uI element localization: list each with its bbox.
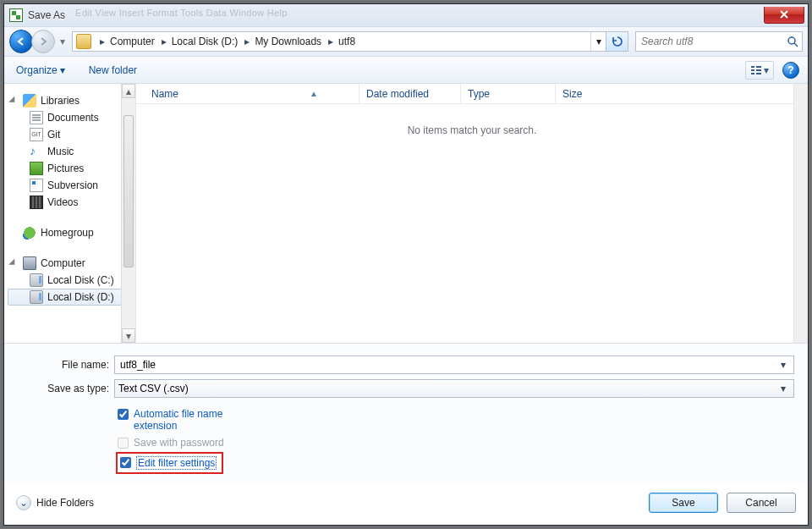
save-form: File name: ▾ Save as type: Text CSV (.cs…: [4, 344, 808, 484]
tree-libraries[interactable]: Libraries: [8, 92, 134, 109]
tree-label: Local Disk (C:): [47, 274, 114, 286]
filepane-scrollbar[interactable]: [793, 84, 808, 343]
search-box[interactable]: [635, 31, 803, 52]
column-label: Type: [468, 88, 490, 100]
main-area: Libraries Documents GITGit Music Picture…: [4, 84, 808, 344]
file-name-combo[interactable]: ▾: [114, 355, 794, 374]
breadcrumb-seg-downloads[interactable]: My Downloads: [253, 32, 325, 51]
tree-label: Computer: [41, 257, 85, 269]
pictures-icon: [30, 162, 43, 175]
nav-forward-button[interactable]: [31, 30, 55, 53]
column-type[interactable]: Type: [461, 84, 556, 103]
svg-rect-1: [751, 66, 754, 68]
breadcrumb-seg-utf8[interactable]: utf8: [337, 32, 359, 51]
scroll-track[interactable]: [122, 98, 135, 328]
music-icon: [30, 145, 43, 158]
breadcrumb[interactable]: ▸ Computer ▸ Local Disk (D:) ▸ My Downlo…: [72, 31, 628, 52]
file-name-label: File name:: [18, 359, 109, 371]
breadcrumb-seg-computer[interactable]: Computer: [108, 32, 158, 51]
checkbox-auto-extension[interactable]: Automatic file name extension: [118, 408, 794, 432]
chevron-down-icon[interactable]: ▾: [776, 359, 790, 371]
new-folder-label: New folder: [89, 64, 137, 76]
chevron-right-icon: ▸: [244, 36, 250, 47]
checkbox-input[interactable]: [118, 438, 129, 449]
column-size[interactable]: Size: [556, 84, 808, 103]
search-icon: [787, 36, 798, 47]
scroll-up-icon[interactable]: ▴: [122, 84, 135, 98]
save-as-dialog: Save As Edit View Insert Format Tools Da…: [3, 3, 809, 526]
nav-tree: Libraries Documents GITGit Music Picture…: [4, 84, 136, 343]
column-date[interactable]: Date modified: [359, 84, 461, 103]
tree-item-drive-d[interactable]: Local Disk (D:): [8, 289, 134, 306]
scroll-down-icon[interactable]: ▾: [122, 328, 135, 343]
svg-rect-2: [751, 69, 754, 71]
breadcrumb-dropdown[interactable]: ▾: [590, 32, 606, 51]
column-label: Date modified: [366, 88, 429, 100]
tree-label: Libraries: [41, 95, 80, 107]
breadcrumb-seg-drive[interactable]: Local Disk (D:): [170, 32, 242, 51]
tree-scrollbar[interactable]: ▴ ▾: [121, 84, 135, 343]
document-icon: [30, 111, 43, 124]
chevron-right-icon: ▸: [100, 36, 105, 47]
view-icon: [751, 66, 761, 74]
homegroup-icon: [23, 226, 36, 240]
view-options-button[interactable]: ▾: [745, 61, 774, 80]
nav-history-dropdown[interactable]: ▾: [60, 36, 69, 47]
checkbox-edit-filter-settings[interactable]: Edit filter settings: [118, 454, 222, 472]
tree-label: Documents: [47, 112, 99, 124]
arrow-right-icon: [38, 36, 48, 47]
checkbox-input[interactable]: [118, 409, 129, 420]
save-type-value: Text CSV (.csv): [118, 383, 776, 394]
column-label: Size: [562, 88, 582, 100]
libraries-icon: [23, 94, 36, 107]
checkbox-input[interactable]: [120, 457, 131, 468]
chevron-down-icon: ▾: [764, 64, 769, 76]
save-type-combo[interactable]: Text CSV (.csv) ▾: [114, 379, 794, 398]
tree-item-videos[interactable]: Videos: [8, 194, 134, 211]
empty-list-message: No items match your search.: [136, 124, 808, 136]
collapse-icon: [9, 259, 19, 268]
tree-label: Local Disk (D:): [47, 291, 114, 303]
svg-rect-4: [756, 66, 761, 68]
search-input[interactable]: [639, 35, 787, 48]
checkbox-save-password[interactable]: Save with password: [118, 437, 794, 449]
file-list-pane: Name ▲ Date modified Type Size No items …: [136, 84, 808, 343]
help-icon: ?: [787, 64, 793, 76]
tree-item-documents[interactable]: Documents: [8, 109, 134, 126]
save-type-label: Save as type:: [18, 383, 109, 394]
disk-icon: [30, 273, 43, 287]
refresh-button[interactable]: [606, 32, 628, 51]
hide-folders-button[interactable]: ⌄ Hide Folders: [16, 495, 94, 510]
svg-point-0: [788, 37, 795, 44]
tree-item-drive-c[interactable]: Local Disk (C:): [8, 272, 134, 289]
tree-homegroup[interactable]: Homegroup: [8, 224, 134, 241]
new-folder-button[interactable]: New folder: [85, 62, 140, 79]
tree-item-music[interactable]: Music: [8, 143, 134, 160]
svg-rect-3: [751, 73, 754, 74]
organize-menu[interactable]: Organize ▾: [13, 62, 69, 79]
close-icon: [780, 10, 788, 19]
background-menu-strip: Edit View Insert Format Tools Data Windo…: [75, 8, 288, 18]
tree-item-git[interactable]: GITGit: [8, 126, 134, 143]
tree-item-pictures[interactable]: Pictures: [8, 160, 134, 177]
column-name[interactable]: Name ▲: [145, 84, 359, 103]
tree-label: Videos: [47, 196, 78, 208]
disk-icon: [30, 290, 43, 304]
checkbox-label: Edit filter settings: [136, 456, 217, 470]
close-button[interactable]: [764, 7, 804, 24]
arrow-left-icon: [16, 36, 26, 47]
tree-computer[interactable]: Computer: [8, 255, 134, 272]
hide-folders-label: Hide Folders: [36, 497, 94, 509]
tree-label: Git: [47, 129, 60, 141]
tree-item-subversion[interactable]: Subversion: [8, 177, 134, 194]
file-name-input[interactable]: [118, 358, 776, 372]
column-headers: Name ▲ Date modified Type Size: [136, 84, 808, 104]
cancel-button[interactable]: Cancel: [727, 493, 796, 513]
tree-label: Subversion: [47, 179, 98, 191]
help-button[interactable]: ?: [782, 62, 799, 79]
nav-back-button[interactable]: [9, 30, 33, 53]
scroll-thumb[interactable]: [123, 115, 134, 267]
chevron-down-icon[interactable]: ▾: [776, 383, 790, 394]
app-icon: [9, 8, 23, 22]
save-button[interactable]: Save: [649, 493, 718, 513]
